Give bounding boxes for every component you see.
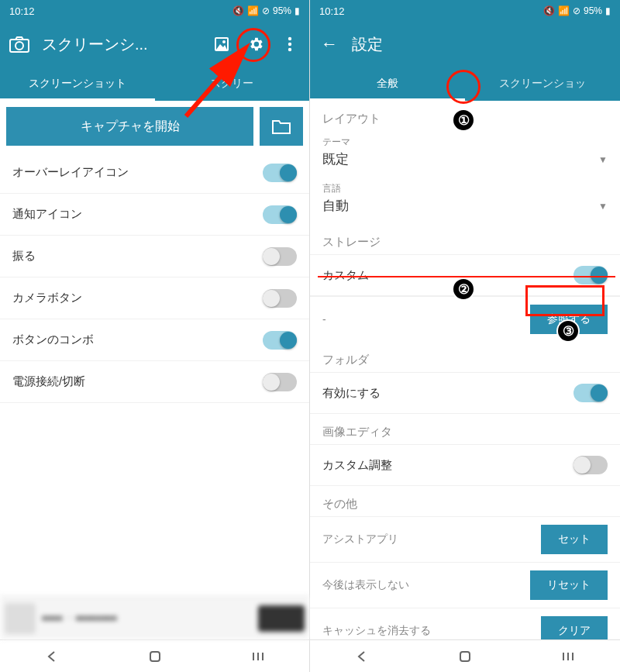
app-title: スクリーンシ... xyxy=(42,34,199,55)
svg-point-8 xyxy=(288,48,291,51)
custom-label: カスタム xyxy=(322,268,574,283)
nav-back[interactable] xyxy=(29,650,75,663)
battery-icon: ▮ xyxy=(605,5,611,16)
row-assist: アシストアプリ セット xyxy=(310,516,620,562)
toggle[interactable] xyxy=(263,164,297,182)
content-right: レイアウト テーマ 既定 ▼ 言語 自動 ▼ ストレージ カスタム - 参照する… xyxy=(310,101,620,639)
battery-icon: ▮ xyxy=(294,5,300,16)
mute-icon: 🔇 xyxy=(543,5,555,16)
row-dontshow: 今後は表示しない リセット xyxy=(310,562,620,608)
toggle[interactable] xyxy=(263,247,297,266)
ad-thumb xyxy=(5,603,36,634)
tab-screen[interactable]: スクリー xyxy=(155,67,310,101)
tab-screenshot[interactable]: スクリーンショット xyxy=(0,67,155,101)
chevron-down-icon: ▼ xyxy=(598,201,608,212)
label: オーバーレイアイコン xyxy=(12,165,263,180)
section-storage: ストレージ xyxy=(310,224,620,254)
setting-button-combo[interactable]: ボタンのコンボ xyxy=(0,319,309,361)
more-icon[interactable] xyxy=(278,33,301,56)
toggle[interactable] xyxy=(574,384,608,402)
toggle[interactable] xyxy=(263,289,297,308)
setting-enable-folder[interactable]: 有効にする xyxy=(310,372,620,414)
setting-camera-button[interactable]: カメラボタン xyxy=(0,277,309,319)
app-bar-right: ← 設定 xyxy=(310,22,620,67)
status-bar-right: 10:12 🔇 📶 ⊘ 95% ▮ xyxy=(310,0,620,22)
row-browse: - 参照する xyxy=(310,296,620,342)
reset-button[interactable]: リセット xyxy=(530,570,608,600)
svg-point-6 xyxy=(288,37,291,40)
toggle[interactable] xyxy=(263,373,297,391)
setting-shake[interactable]: 振る xyxy=(0,236,309,277)
settings-title: 設定 xyxy=(352,34,612,55)
set-button[interactable]: セット xyxy=(541,525,608,554)
section-other: その他 xyxy=(310,486,620,516)
mute-icon: 🔇 xyxy=(232,5,244,16)
label: ボタンのコンボ xyxy=(12,333,263,347)
tab-screenshot[interactable]: スクリーンショッ xyxy=(465,67,620,101)
nav-bar-right xyxy=(310,639,620,672)
tab-general[interactable]: 全般 xyxy=(310,67,465,101)
path-value: - xyxy=(322,313,530,326)
dont-show-label: 今後は表示しない xyxy=(322,578,530,592)
lang-dropdown[interactable]: 自動 ▼ xyxy=(310,195,620,224)
theme-value: 既定 xyxy=(322,150,598,168)
lang-value: 自動 xyxy=(322,197,598,215)
section-layout: レイアウト xyxy=(310,101,620,131)
cache-label: キャッシュを消去する xyxy=(322,624,541,638)
no-sim-icon: ⊘ xyxy=(573,5,580,16)
nav-home[interactable] xyxy=(132,650,178,663)
camera-icon xyxy=(8,33,31,56)
nav-recent[interactable] xyxy=(235,651,281,662)
battery-text: 95% xyxy=(584,5,602,16)
svg-point-1 xyxy=(16,42,23,50)
nav-home[interactable] xyxy=(442,650,488,663)
svg-rect-13 xyxy=(460,652,470,661)
status-bar-left: 10:12 🔇 📶 ⊘ 95% ▮ xyxy=(0,0,309,22)
label: カメラボタン xyxy=(12,291,263,305)
battery-text: 95% xyxy=(273,5,291,16)
lang-label: 言語 xyxy=(310,177,620,195)
status-icons: 🔇 📶 ⊘ 95% ▮ xyxy=(232,5,300,16)
row-cache: キャッシュを消去する クリア xyxy=(310,608,620,639)
toggle[interactable] xyxy=(574,266,608,284)
chevron-down-icon: ▼ xyxy=(598,154,608,165)
svg-point-7 xyxy=(288,43,291,46)
start-capture-button[interactable]: キャプチャを開始 xyxy=(6,107,253,146)
setting-notification-icon[interactable]: 通知アイコン xyxy=(0,194,309,236)
back-icon[interactable]: ← xyxy=(318,33,341,56)
ad-banner[interactable]: ■■■■ ・ ■■■■■■■■ xyxy=(0,596,309,639)
label: 通知アイコン xyxy=(12,207,263,222)
status-time: 10:12 xyxy=(319,5,345,17)
assist-label: アシストアプリ xyxy=(322,532,541,546)
ad-text: ■■■■ ・ ■■■■■■■■ xyxy=(42,612,252,624)
toggle[interactable] xyxy=(263,331,297,350)
svg-rect-9 xyxy=(150,652,160,661)
status-icons: 🔇 📶 ⊘ 95% ▮ xyxy=(543,5,611,16)
setting-overlay-icon[interactable]: オーバーレイアイコン xyxy=(0,152,309,194)
content-left: キャプチャを開始 オーバーレイアイコン 通知アイコン 振る カメラボタン xyxy=(0,101,309,596)
app-bar-left: スクリーンシ... xyxy=(0,22,309,67)
wifi-icon: 📶 xyxy=(558,5,570,16)
toggle[interactable] xyxy=(574,456,608,474)
nav-recent[interactable] xyxy=(545,651,591,662)
nav-bar-left xyxy=(0,639,309,672)
theme-dropdown[interactable]: 既定 ▼ xyxy=(310,149,620,177)
setting-custom-adjust[interactable]: カスタム調整 xyxy=(310,444,620,486)
no-sim-icon: ⊘ xyxy=(262,5,270,16)
tab-bar-left: スクリーンショット スクリー xyxy=(0,67,309,101)
folder-button[interactable] xyxy=(260,107,303,146)
section-folder: フォルダ xyxy=(310,342,620,372)
label: 振る xyxy=(12,249,263,264)
browse-button[interactable]: 参照する xyxy=(530,305,608,334)
clear-button[interactable]: クリア xyxy=(541,616,608,639)
status-time: 10:12 xyxy=(9,5,35,17)
gear-icon[interactable] xyxy=(244,33,267,56)
setting-power-connect[interactable]: 電源接続/切断 xyxy=(0,361,309,403)
setting-custom[interactable]: カスタム xyxy=(310,254,620,296)
tab-bar-right: 全般 スクリーンショッ xyxy=(310,67,620,101)
nav-back[interactable] xyxy=(339,650,385,663)
theme-label: テーマ xyxy=(310,131,620,149)
gallery-icon[interactable] xyxy=(210,33,233,56)
toggle[interactable] xyxy=(263,205,297,224)
svg-point-5 xyxy=(222,40,226,43)
